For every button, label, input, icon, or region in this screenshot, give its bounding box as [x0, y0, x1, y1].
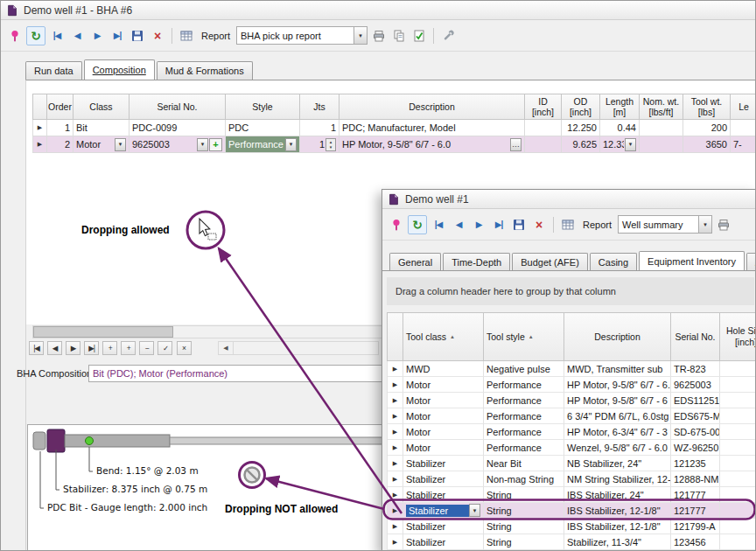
cell-tool-style[interactable]: Performance — [484, 393, 564, 408]
group-by-panel[interactable]: Drag a column header here to group by th… — [387, 277, 754, 305]
cell-le[interactable]: 7- — [731, 136, 756, 153]
cell-serial[interactable]: 123456 — [671, 534, 720, 550]
cell-serial[interactable]: 9625003 — [671, 377, 720, 393]
cell-serial[interactable]: TR-823 — [671, 361, 720, 377]
refresh-button[interactable]: ↻ — [26, 26, 46, 45]
cell-hole-size[interactable] — [720, 487, 756, 503]
cell-class[interactable]: Bit — [74, 120, 130, 136]
tab-mud-formations[interactable]: Mud & Formations — [157, 61, 253, 80]
expand-arrow-icon[interactable]: ▶ — [388, 471, 403, 487]
grid-view-button[interactable] — [178, 27, 195, 45]
cell-order[interactable]: 1 — [47, 120, 74, 136]
pin-icon[interactable] — [388, 216, 405, 234]
cell-hole-size[interactable] — [720, 393, 756, 408]
cell-id[interactable] — [525, 120, 562, 136]
cell-description[interactable]: NM String Stabilizer, 12- — [564, 471, 671, 487]
cell-tool-style[interactable]: Non-mag String — [484, 471, 564, 487]
inventory-row[interactable]: ▶ Stabilizer String IBS Stabilizer, 24" … — [387, 487, 756, 503]
column-header-le[interactable]: Le — [731, 94, 756, 120]
column-header-od[interactable]: OD [inch] — [562, 94, 600, 120]
cell-description[interactable]: Wenzel, 9-5/8" 6/7 - 6.0 — [564, 440, 671, 456]
cell-serial[interactable]: EDS675-M — [671, 408, 720, 424]
copy-report-button[interactable] — [390, 27, 408, 45]
nav-append-button[interactable]: + — [102, 341, 117, 355]
expand-arrow-icon[interactable]: ▶ — [388, 456, 403, 471]
nav-cancel-button[interactable]: × — [177, 341, 192, 355]
nav-insert-button[interactable]: + — [121, 341, 136, 355]
column-header-tool-style[interactable]: Tool style ▲ — [484, 312, 564, 361]
inventory-row[interactable]: ▶ MWD Negative pulse MWD, Transmitter su… — [387, 361, 756, 377]
expand-arrow-icon[interactable]: ▶ — [388, 408, 403, 424]
cell-tool-wt[interactable]: 3650 — [683, 136, 731, 153]
cell-hole-size[interactable] — [720, 503, 756, 519]
column-header-class[interactable]: Class — [74, 94, 130, 120]
pin-icon[interactable] — [6, 27, 24, 45]
inventory-row[interactable]: ▶ Motor Performance Wenzel, 9-5/8" 6/7 -… — [387, 440, 756, 456]
first-record-button[interactable]: |◀ — [48, 27, 66, 45]
quantity-stepper[interactable]: ▴ ▾ — [326, 138, 336, 151]
cell-jts[interactable]: 1 — [300, 120, 340, 136]
tab-casing[interactable]: Casing — [590, 253, 637, 272]
cell-description[interactable]: PDC; Manufacturer, Model — [340, 120, 525, 136]
cell-hole-size[interactable] — [720, 519, 756, 534]
tab-time-depth[interactable]: Time-Depth — [443, 253, 510, 272]
cell-od[interactable]: 12.250 — [562, 120, 600, 136]
nav-prev-button[interactable]: ◀ — [47, 341, 62, 355]
next-record-button[interactable]: ▶ — [470, 216, 487, 234]
cell-hole-size[interactable] — [720, 534, 756, 550]
nav-delete-button[interactable]: − — [139, 341, 154, 355]
print-button[interactable] — [370, 27, 388, 45]
cell-serial[interactable]: EDS11251 — [671, 393, 720, 408]
inventory-row[interactable]: ▶ Stabilizer Near Bit NB Stabilizer, 24"… — [387, 456, 756, 471]
expand-arrow-icon[interactable]: ▶ — [33, 120, 47, 136]
prev-record-button[interactable]: ◀ — [450, 216, 467, 234]
tools-button[interactable] — [439, 27, 457, 45]
inventory-row[interactable]: ▶ Motor Performance HP Motor, 9-5/8" 6/7… — [387, 377, 756, 393]
inventory-row[interactable]: ▶ Stabilizer String IBS Stabilizer, 12-1… — [387, 519, 756, 534]
cell-tool-style[interactable]: Negative pulse — [484, 361, 564, 377]
scroll-left-icon[interactable]: ◀ — [219, 342, 234, 354]
column-header-length[interactable]: Length [m] — [600, 94, 640, 120]
cell-tool-class[interactable]: Motor — [403, 377, 484, 393]
delete-button[interactable]: × — [149, 27, 166, 45]
cell-tool-class[interactable]: Stabilizer — [403, 534, 484, 550]
cell-tool-class[interactable]: Stabilizer — [403, 519, 484, 534]
cell-tool-class[interactable]: MWD — [403, 361, 484, 377]
cell-tool-class[interactable]: Motor — [403, 440, 484, 456]
nav-first-button[interactable]: |◀ — [29, 341, 44, 355]
cell-serial[interactable]: WZ-96250 — [671, 440, 720, 456]
cell-nom-wt[interactable] — [640, 120, 683, 136]
cell-tool-style[interactable]: Performance — [484, 424, 564, 440]
cell-hole-size[interactable] — [720, 408, 756, 424]
cell-serial[interactable]: SD-675-00 — [671, 424, 720, 440]
chevron-down-icon[interactable]: ▾ — [197, 138, 208, 151]
expand-arrow-icon[interactable]: ▶ — [388, 424, 403, 440]
cell-hole-size[interactable] — [720, 440, 756, 456]
table-row[interactable]: ▶ 1 Bit PDC-0099 PDC 1 PDC; Manufacturer… — [32, 120, 756, 136]
inventory-row[interactable]: ▶ Motor Performance HP Motor, 6-3/4" 6/7… — [387, 424, 756, 440]
cell-description[interactable]: HP Motor, 6-3/4" 6/7 - 3 — [564, 424, 671, 440]
chevron-down-icon[interactable]: ▾ — [115, 138, 126, 151]
save-button[interactable] — [129, 27, 146, 45]
inventory-window-titlebar[interactable]: Demo well #1 — [382, 190, 756, 209]
expand-arrow-icon[interactable]: ▶ — [388, 534, 403, 550]
column-header[interactable] — [33, 94, 47, 120]
cell-class-editor[interactable]: Motor ▾ — [74, 136, 130, 153]
nav-post-button[interactable]: ✓ — [158, 341, 172, 355]
nav-next-button[interactable]: ▶ — [66, 341, 80, 355]
inventory-row[interactable]: ▶ Stabilizer Non-mag String NM String St… — [387, 471, 756, 487]
tab-budget-afe[interactable]: Budget (AFE) — [512, 253, 588, 272]
tab-composition[interactable]: Composition — [84, 59, 155, 80]
cell-tool-style[interactable]: Performance — [484, 440, 564, 456]
cell-order[interactable]: 2 — [47, 136, 74, 153]
column-header-serial[interactable]: Serial No. — [130, 94, 226, 120]
bha-window-titlebar[interactable]: Demo well #1 - BHA #6 — [1, 1, 755, 20]
cell-description-editor[interactable]: HP Motor, 9-5/8" 6/7 - 6.0 … — [340, 136, 525, 153]
column-header-description[interactable]: Description — [564, 312, 671, 361]
cell-description[interactable]: IBS Stabilizer, 24" — [564, 487, 671, 503]
cell-hole-size[interactable] — [720, 377, 756, 393]
cell-tool-class[interactable]: Stabilizer — [403, 456, 484, 471]
cell-description[interactable]: IBS Stabilizer, 12-1/8" — [564, 503, 671, 519]
chevron-down-icon[interactable]: ▾ — [625, 138, 636, 151]
column-header-tool-class[interactable]: Tool class ▲ — [403, 312, 484, 361]
